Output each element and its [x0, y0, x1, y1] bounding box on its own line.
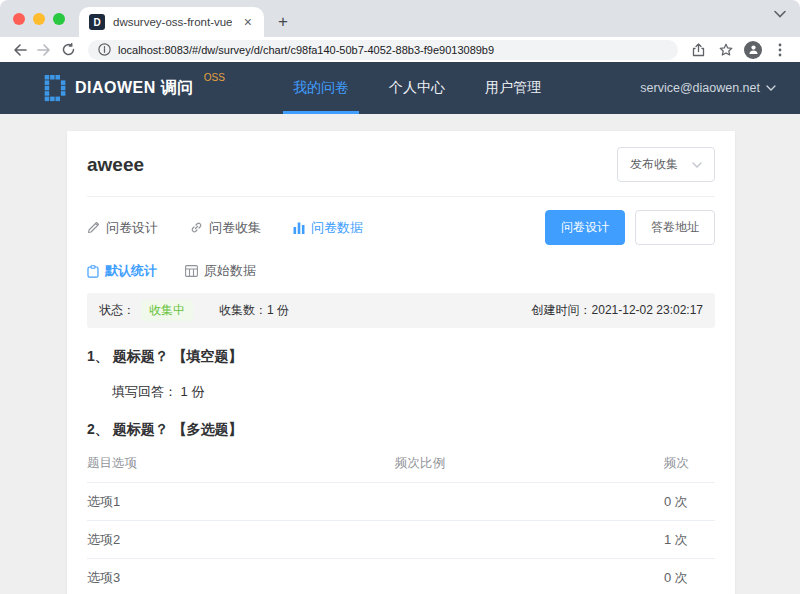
subtab-raw-data[interactable]: 原始数据: [185, 262, 256, 280]
zoom-window-button[interactable]: [53, 13, 65, 25]
collect-count-label: 收集数：: [219, 302, 267, 319]
browser-tab[interactable]: D dwsurvey-oss-front-vue ×: [79, 7, 264, 37]
profile-avatar-icon[interactable]: [744, 41, 762, 59]
app-navbar: DIAOWEN 调问 OSS 我的问卷 个人中心 用户管理 service@di…: [0, 62, 800, 114]
table-row: 选项3 0.00% 0 次: [87, 559, 715, 594]
option-frequency-table: 题目选项 频次比例 频次 选项1 0.00% 0 次 选项2: [87, 443, 715, 594]
subtab-default-stats[interactable]: 默认统计: [87, 262, 157, 280]
survey-function-tabs: 问卷设计 问卷收集 问卷数据 问卷设计 答卷地址: [87, 197, 715, 258]
site-favicon: D: [89, 14, 105, 30]
survey-status-bar: 状态： 收集中 收集数： 1 份 创建时间：2021-12-02 23:02:1…: [87, 293, 715, 328]
address-bar[interactable]: localhost:8083/#/dw/survey/d/chart/c98fa…: [88, 40, 678, 60]
subtab-label: 原始数据: [204, 262, 256, 280]
browser-toolbar: localhost:8083/#/dw/survey/d/chart/c98fa…: [0, 37, 800, 62]
user-account-dropdown[interactable]: service@diaowen.net: [640, 62, 776, 114]
site-info-icon[interactable]: [98, 43, 111, 56]
pencil-icon: [87, 221, 100, 234]
table-grid-icon: [185, 265, 198, 277]
tab-label: 问卷设计: [106, 219, 158, 237]
brand-badge: OSS: [204, 72, 225, 83]
user-email: service@diaowen.net: [640, 81, 760, 95]
minimize-window-button[interactable]: [33, 13, 45, 25]
tab-survey-collect[interactable]: 问卷收集: [190, 219, 261, 237]
option-label: 选项1: [87, 493, 395, 511]
tab-survey-design[interactable]: 问卷设计: [87, 219, 158, 237]
header-option: 题目选项: [87, 455, 395, 472]
table-row: 选项2 100.00% 1 次: [87, 521, 715, 559]
tab-title: dwsurvey-oss-front-vue: [113, 16, 232, 28]
tab-label: 问卷数据: [311, 219, 363, 237]
publish-collect-label: 发布收集: [630, 156, 678, 173]
close-window-button[interactable]: [13, 13, 25, 25]
reload-icon[interactable]: [58, 40, 78, 60]
survey-card: aweee 发布收集 问卷设计 问卷收集 问卷数据: [67, 131, 735, 594]
page-background: aweee 发布收集 问卷设计 问卷收集 问卷数据: [0, 114, 800, 594]
forward-icon[interactable]: [34, 40, 54, 60]
survey-title: aweee: [87, 154, 144, 176]
menu-kebab-icon[interactable]: [770, 40, 790, 60]
status-badge: 收集中: [141, 300, 193, 321]
frequency-count: 1 次: [612, 531, 715, 549]
chevron-down-icon[interactable]: [774, 10, 786, 18]
browser-tabstrip: D dwsurvey-oss-front-vue × +: [0, 0, 800, 37]
collect-count-value: 1 份: [267, 302, 289, 319]
question-1-answer-count: 填写回答： 1 份: [112, 383, 715, 401]
back-icon[interactable]: [10, 40, 30, 60]
header-frequency: 频次: [612, 455, 715, 472]
brand[interactable]: DIAOWEN 调问 OSS: [44, 62, 225, 114]
table-header-row: 题目选项 频次比例 频次: [87, 443, 715, 483]
bar-chart-icon: [293, 222, 305, 234]
macos-traffic-lights: [0, 0, 79, 37]
new-tab-button[interactable]: +: [270, 9, 296, 35]
browser-window: D dwsurvey-oss-front-vue × + localhost:8…: [0, 0, 800, 594]
menu-item-personal-center[interactable]: 个人中心: [369, 62, 465, 114]
frequency-count: 0 次: [612, 493, 715, 511]
status-label: 状态：: [99, 302, 135, 319]
menu-item-my-surveys[interactable]: 我的问卷: [273, 62, 369, 114]
diaowen-logo-icon: [44, 75, 67, 102]
chevron-down-icon: [766, 85, 776, 91]
tab-survey-data[interactable]: 问卷数据: [293, 219, 363, 237]
survey-design-button[interactable]: 问卷设计: [545, 210, 625, 245]
table-row: 选项1 0.00% 0 次: [87, 483, 715, 521]
menu-item-user-management[interactable]: 用户管理: [465, 62, 561, 114]
link-icon: [190, 221, 203, 234]
tab-label: 问卷收集: [209, 219, 261, 237]
chevron-down-icon: [692, 162, 702, 168]
data-subtabs: 默认统计 原始数据: [87, 258, 715, 293]
clipboard-icon: [87, 265, 99, 278]
answer-url-button[interactable]: 答卷地址: [635, 210, 715, 245]
url-text: localhost:8083/#/dw/survey/d/chart/c98fa…: [118, 44, 494, 56]
publish-collect-dropdown[interactable]: 发布收集: [617, 147, 715, 182]
share-icon[interactable]: [688, 40, 708, 60]
option-label: 选项3: [87, 569, 395, 587]
header-frequency-ratio: 频次比例: [395, 455, 612, 472]
subtab-label: 默认统计: [105, 262, 157, 280]
tab-close-icon[interactable]: ×: [240, 13, 256, 31]
main-menu: 我的问卷 个人中心 用户管理: [273, 62, 561, 114]
bookmark-star-icon[interactable]: [716, 40, 736, 60]
question-2-heading: 2、 题标题？ 【多选题】: [87, 421, 715, 439]
brand-name: DIAOWEN 调问: [75, 78, 194, 99]
question-1-heading: 1、 题标题？ 【填空题】: [87, 348, 715, 366]
created-time: 创建时间：2021-12-02 23:02:17: [532, 302, 703, 319]
frequency-count: 0 次: [612, 569, 715, 587]
